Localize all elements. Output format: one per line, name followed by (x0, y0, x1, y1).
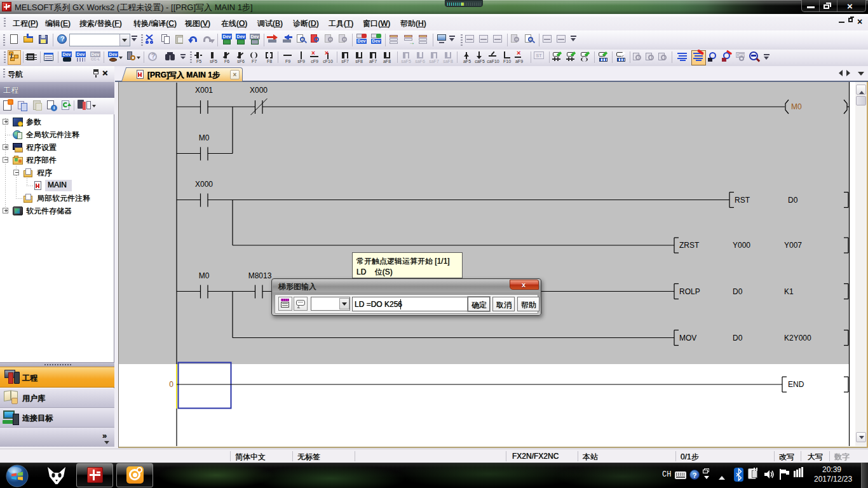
svg-text:D0: D0 (733, 334, 743, 342)
svg-text:X000: X000 (250, 86, 268, 95)
svg-text:M0: M0 (791, 102, 802, 111)
svg-text:D0: D0 (733, 287, 743, 296)
svg-text:M0: M0 (199, 271, 210, 280)
svg-text:RST: RST (735, 196, 750, 205)
svg-text:X000: X000 (195, 180, 213, 189)
svg-text:ROLP: ROLP (679, 287, 700, 296)
svg-text:MOV: MOV (679, 334, 696, 342)
svg-text:M0: M0 (199, 133, 210, 142)
svg-text:M8013: M8013 (248, 271, 272, 280)
svg-text:K2Y000: K2Y000 (784, 334, 811, 342)
svg-text:X001: X001 (195, 86, 213, 95)
svg-text:D0: D0 (788, 196, 798, 205)
svg-text:END: END (788, 380, 804, 389)
svg-text:0: 0 (169, 380, 173, 389)
svg-text:ZRST: ZRST (679, 241, 700, 250)
svg-text:Y000: Y000 (733, 241, 750, 250)
svg-text:K1: K1 (784, 287, 794, 296)
svg-text:Y007: Y007 (784, 241, 802, 250)
